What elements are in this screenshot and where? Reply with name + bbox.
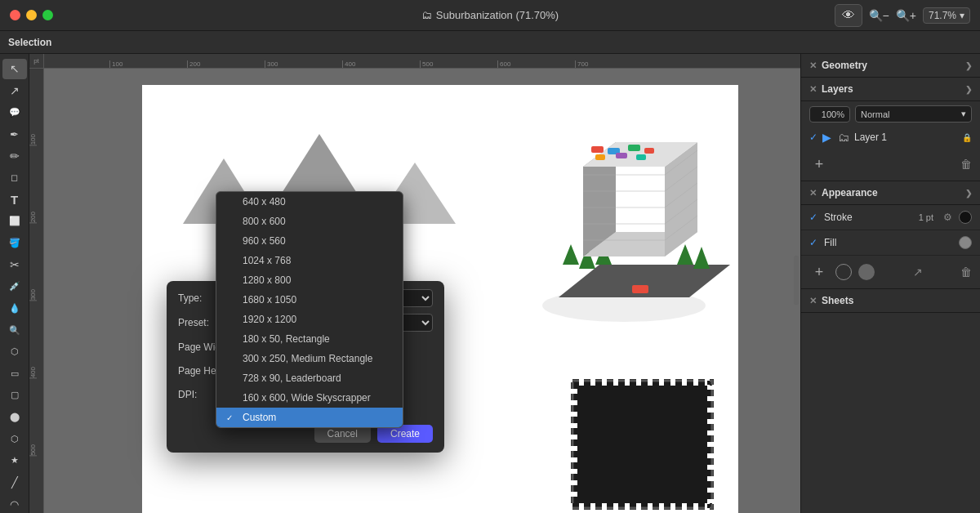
scroll-thumb[interactable]: [794, 256, 799, 305]
polygon-tool[interactable]: ⬡: [2, 429, 27, 449]
dropdown-item-label: 1920 x 1200: [243, 314, 296, 325]
circle-tool[interactable]: ⬤: [2, 407, 27, 427]
node-tool[interactable]: ⬡: [2, 341, 27, 362]
select-tool[interactable]: ↗: [2, 81, 27, 101]
opacity-blend-row: Normal ▾: [801, 101, 980, 127]
add-appearance-button[interactable]: +: [809, 262, 829, 282]
zoom-tool[interactable]: 🔍: [2, 320, 27, 341]
header-controls: 👁 🔍− 🔍+ 71.7% ▾: [835, 4, 980, 27]
arrow-tool[interactable]: ↖: [2, 59, 27, 79]
circle-outline-button[interactable]: [835, 264, 852, 280]
dropdown-item-1024[interactable]: 1024 x 768: [216, 251, 403, 270]
appearance-chevron[interactable]: ❯: [965, 189, 972, 198]
ruler-corner: pt: [29, 54, 44, 69]
arc-tool[interactable]: ◠: [2, 494, 27, 513]
zoom-out-button[interactable]: 🔍−: [869, 9, 889, 22]
blend-chevron-icon: ▾: [961, 109, 966, 119]
scissors-tool[interactable]: ✂: [2, 255, 27, 275]
dropdown-item-180[interactable]: 180 x 50, Rectangle: [216, 329, 403, 349]
dropdown-item-800[interactable]: 800 x 600: [216, 212, 403, 231]
dropdown-item-1280[interactable]: 1280 x 800: [216, 270, 403, 290]
canvas-page: 640 x 480 800 x 600 960 x 560: [142, 85, 738, 513]
canvas-row: 100 200 300 400 500: [29, 69, 800, 513]
opacity-input[interactable]: [809, 106, 850, 123]
geometry-chevron[interactable]: ❯: [965, 61, 972, 70]
pen-tool[interactable]: ✒: [2, 124, 27, 145]
fill-tool[interactable]: 🪣: [2, 233, 27, 253]
circle-solid-button[interactable]: [858, 264, 875, 280]
dropdown-item-1920[interactable]: 1920 x 1200: [216, 310, 403, 329]
right-panel: ✕ Geometry ❯ ✕ Layers ❯ Normal ▾ ✓ ▶ 🗂: [800, 54, 980, 513]
visibility-button[interactable]: 👁: [835, 4, 862, 27]
window-title: 🗂 Suburbanization (71.70%): [421, 9, 559, 21]
text-tool[interactable]: T: [2, 190, 27, 210]
appearance-bottom-bar: + ↗ 🗑: [801, 256, 980, 289]
blend-mode-value: Normal: [861, 109, 889, 119]
ruler-vmark-400: 400: [29, 367, 37, 378]
svg-rect-21: [591, 146, 604, 153]
stamp-square: [571, 379, 714, 510]
zoom-in-button[interactable]: 🔍+: [896, 9, 916, 22]
ruler-mark-200: 200: [187, 60, 200, 68]
delete-appearance-button[interactable]: 🗑: [960, 265, 972, 279]
round-rect-tool[interactable]: ▢: [2, 386, 27, 406]
brush-tool[interactable]: ✏: [2, 146, 27, 167]
layer-expand-icon[interactable]: ▶: [822, 131, 831, 144]
sheets-close[interactable]: ✕: [809, 296, 817, 306]
line-tool[interactable]: ╱: [2, 472, 27, 493]
building-svg: [518, 101, 730, 322]
building-illustration: [518, 101, 730, 322]
blend-mode-select[interactable]: Normal ▾: [855, 105, 972, 123]
fill-color-swatch[interactable]: [959, 236, 972, 249]
stroke-gear-icon[interactable]: ⚙: [943, 212, 952, 223]
main-canvas[interactable]: 640 x 480 800 x 600 960 x 560: [44, 69, 800, 513]
preset-dropdown[interactable]: 640 x 480 800 x 600 960 x 560: [216, 191, 403, 428]
fill-row: ✓ Fill: [801, 230, 980, 256]
minimize-button[interactable]: [26, 10, 37, 20]
speech-tool[interactable]: 💬: [2, 102, 27, 123]
dropdown-item-960[interactable]: 960 x 560: [216, 231, 403, 251]
fill-check[interactable]: ✓: [809, 237, 817, 248]
dropdown-item-label: 300 x 250, Medium Rectangle: [243, 353, 372, 364]
maximize-button[interactable]: [42, 10, 53, 20]
layers-chevron[interactable]: ❯: [965, 85, 972, 94]
dropdown-item-1680[interactable]: 1680 x 1050: [216, 290, 403, 310]
layer-check[interactable]: ✓: [809, 132, 817, 143]
appearance-close[interactable]: ✕: [809, 188, 817, 199]
arrow-right-icon[interactable]: ↗: [913, 265, 923, 279]
ruler-mark-600: 600: [497, 60, 510, 68]
layers-close[interactable]: ✕: [809, 84, 817, 95]
window-title-text: Suburbanization (71.70%): [436, 9, 559, 21]
spray-tool[interactable]: 💧: [2, 298, 27, 319]
new-document-dialog: 640 x 480 800 x 600 960 x 560: [167, 281, 444, 453]
fill-label: Fill: [824, 237, 952, 248]
stroke-color-swatch[interactable]: [959, 211, 972, 224]
eyedropper-tool[interactable]: 💉: [2, 276, 27, 297]
add-button[interactable]: +: [809, 154, 829, 174]
layer-lock-icon[interactable]: 🔒: [962, 133, 972, 142]
stroke-check[interactable]: ✓: [809, 212, 817, 223]
ruler-vmark-100: 100: [29, 134, 37, 145]
dropdown-item-640[interactable]: 640 x 480: [216, 192, 403, 212]
close-button[interactable]: [10, 10, 20, 20]
dropdown-item-label: 1024 x 768: [243, 255, 291, 266]
stroke-row: ✓ Stroke 1 pt ⚙: [801, 205, 980, 230]
layer-item: ✓ ▶ 🗂 Layer 1 🔒: [801, 127, 980, 148]
geometry-section-header: ✕ Geometry ❯: [801, 54, 980, 78]
delete-layer-button[interactable]: 🗑: [960, 158, 972, 171]
dropdown-item-728[interactable]: 728 x 90, Leaderboard: [216, 368, 403, 388]
dropdown-item-custom[interactable]: ✓ Custom: [216, 408, 403, 427]
star-tool[interactable]: ★: [2, 451, 27, 471]
rect-tool[interactable]: ▭: [2, 364, 27, 384]
dropdown-item-160[interactable]: 160 x 600, Wide Skyscrapper: [216, 388, 403, 408]
stroke-label: Stroke: [824, 212, 912, 223]
ruler-top: pt 100 200 300 400 500 600 700: [29, 54, 800, 69]
geometry-close[interactable]: ✕: [809, 60, 817, 71]
eraser-tool[interactable]: ◻: [2, 167, 27, 188]
dropdown-item-label: 1680 x 1050: [243, 294, 296, 306]
svg-rect-24: [644, 148, 654, 154]
zoom-dropdown[interactable]: 71.7% ▾: [923, 7, 970, 24]
dropdown-item-300[interactable]: 300 x 250, Medium Rectangle: [216, 349, 403, 368]
shape-tool[interactable]: ⬜: [2, 211, 27, 231]
sheets-section-header: ✕ Sheets: [801, 289, 980, 313]
